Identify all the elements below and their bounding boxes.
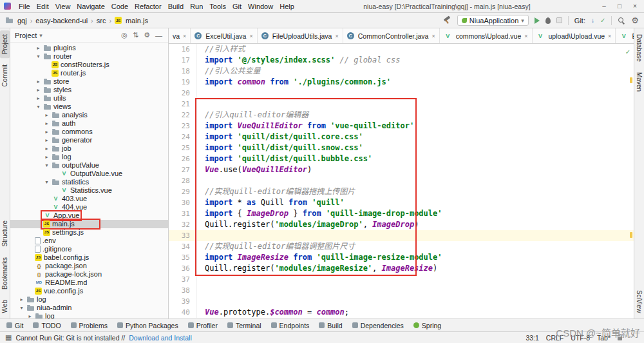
line-number[interactable]: 31 — [169, 208, 197, 219]
line-number[interactable]: 27 — [169, 164, 197, 175]
tree-item-403.vue[interactable]: V403.vue — [10, 195, 168, 203]
line-number[interactable]: 23 — [169, 121, 197, 132]
tree-item-constrouters.js[interactable]: JSconstRouters.js — [10, 61, 168, 69]
chevron-closed-icon[interactable]: ▸ — [35, 77, 42, 86]
tree-item-package-lock.json[interactable]: {}package-lock.json — [10, 270, 168, 279]
tree-item-settings.js[interactable]: JSsettings.js — [10, 228, 168, 237]
tree-item-job[interactable]: ▸job — [10, 144, 168, 153]
menu-code[interactable]: Code — [108, 2, 131, 11]
chevron-open-icon[interactable]: ▾ — [43, 161, 50, 170]
tree-item-views[interactable]: ▾views — [10, 103, 168, 111]
toolwindow-python-packages[interactable]: Python Packages — [117, 322, 178, 329]
tree-item-outputvalue.vue[interactable]: VOutputValue.vue — [10, 170, 168, 178]
close-icon[interactable]: × — [249, 33, 252, 39]
menu-git[interactable]: Git — [229, 2, 245, 11]
tree-item-router[interactable]: ▾router — [10, 52, 168, 61]
chevron-open-icon[interactable]: ▾ — [35, 52, 42, 61]
toolwindow-todo[interactable]: TODO — [33, 322, 61, 329]
settings-gear-icon[interactable]: ⚙ — [631, 16, 639, 24]
stripe-bookmarks[interactable]: Bookmarks — [0, 253, 10, 293]
line-number[interactable]: 18 — [169, 66, 197, 77]
chevron-closed-icon[interactable]: ▸ — [43, 111, 50, 119]
tree-item-log[interactable]: ▸log — [10, 295, 168, 304]
line-number[interactable]: 39 — [169, 296, 197, 307]
line-number[interactable]: 29 — [169, 186, 197, 197]
tree-item-niua-admin[interactable]: ▾niua-admin — [10, 304, 168, 312]
tree-item-readme.md[interactable]: MDREADME.md — [10, 279, 168, 287]
download-git-link[interactable]: Download and Install — [129, 334, 191, 342]
toolwindow-terminal[interactable]: Terminal — [227, 322, 261, 329]
minimize-button[interactable]: – — [596, 3, 612, 10]
stripe-project[interactable]: Project — [0, 30, 10, 58]
close-icon[interactable]: × — [183, 33, 186, 39]
tab-editor.vue[interactable]: VEditor.vue× — [616, 28, 634, 43]
menu-tools[interactable]: Tools — [206, 2, 229, 11]
line-number[interactable]: 30 — [169, 197, 197, 208]
locate-icon[interactable]: ◎ — [120, 31, 129, 39]
stop-button[interactable] — [556, 17, 562, 23]
tree-item-vue.config.js[interactable]: JSvue.config.js — [10, 287, 168, 295]
chevron-closed-icon[interactable]: ▸ — [43, 144, 50, 153]
line-number[interactable]: 19 — [169, 77, 197, 88]
line-number[interactable]: 22 — [169, 110, 197, 121]
build-hammer-icon[interactable] — [443, 16, 451, 24]
toolwindow-build[interactable]: Build — [319, 322, 342, 329]
line-number[interactable]: 32 — [169, 219, 197, 230]
line-number[interactable]: 36 — [169, 263, 197, 274]
chevron-open-icon[interactable]: ▾ — [43, 178, 50, 186]
line-number[interactable]: 26 — [169, 153, 197, 164]
tree-item-styles[interactable]: ▸styles — [10, 86, 168, 94]
line-separator[interactable]: CRLF — [546, 334, 564, 342]
toolwindow-endpoints[interactable]: Endpoints — [271, 322, 310, 329]
tree-item-utils[interactable]: ▸utils — [10, 94, 168, 103]
line-number[interactable]: 20 — [169, 88, 197, 99]
git-commit-icon[interactable]: ✓ — [600, 17, 605, 24]
project-panel-title[interactable]: Project — [15, 32, 37, 39]
gear-icon[interactable]: ⚙ — [142, 31, 151, 39]
menu-edit[interactable]: Edit — [33, 2, 52, 11]
caret-position[interactable]: 33:1 — [526, 334, 538, 342]
line-number[interactable]: 25 — [169, 142, 197, 153]
stripe-database[interactable]: Database — [634, 30, 644, 66]
tree-item-statistics.vue[interactable]: VStatistics.vue — [10, 186, 168, 195]
tree-item-.gitignore[interactable]: .gitignore — [10, 245, 168, 253]
tree-item-plugins[interactable]: ▸plugins — [10, 44, 168, 52]
line-number[interactable]: 24 — [169, 132, 197, 142]
tree-item-404.vue[interactable]: V404.vue — [10, 203, 168, 211]
tree-item-outputvalue[interactable]: ▾outputValue — [10, 161, 168, 170]
maximize-button[interactable]: □ — [612, 3, 627, 10]
toolwindow-dependencies[interactable]: Dependencies — [352, 322, 404, 329]
toolwindow-profiler[interactable]: Profiler — [188, 322, 218, 329]
file-encoding[interactable]: UTF-8 — [571, 334, 590, 342]
chevron-closed-icon[interactable]: ▸ — [26, 312, 33, 318]
tab-excelutil.java[interactable]: CExcelUtil.java× — [191, 28, 257, 43]
tree-item-log[interactable]: ▸log — [10, 312, 168, 318]
toolwindow-git[interactable]: Git — [6, 322, 23, 329]
chevron-open-icon[interactable]: ▾ — [18, 304, 25, 312]
line-number[interactable]: 40 — [169, 307, 197, 318]
line-number[interactable]: 16 — [169, 44, 197, 55]
tab-commoncontroller.java[interactable]: CCommonController.java× — [343, 28, 440, 43]
tree-item-router.js[interactable]: JSrouter.js — [10, 69, 168, 77]
line-number[interactable]: 21 — [169, 99, 197, 110]
tab-upload-upload.vue[interactable]: Vupload\Upload.vue× — [533, 28, 616, 43]
line-number[interactable]: 28 — [169, 175, 197, 186]
stripe-sciview[interactable]: SciView — [634, 286, 644, 317]
chevron-closed-icon[interactable]: ▸ — [43, 128, 50, 136]
run-config-selector[interactable]: NiuaApplication ▾ — [457, 15, 529, 26]
chevron-closed-icon[interactable]: ▸ — [35, 94, 42, 103]
menu-view[interactable]: View — [52, 2, 74, 11]
lock-icon[interactable] — [618, 337, 622, 340]
hide-icon[interactable]: ― — [154, 32, 164, 39]
stripe-web[interactable]: Web — [0, 296, 10, 317]
tree-item-log[interactable]: ▸log — [10, 153, 168, 161]
tab-va[interactable]: va× — [169, 28, 191, 43]
close-icon[interactable]: × — [335, 33, 338, 39]
stripe-maven[interactable]: Maven — [634, 68, 644, 95]
debug-button[interactable] — [545, 17, 551, 24]
stripe-commit[interactable]: Commit — [0, 61, 10, 90]
line-number[interactable]: 34 — [169, 241, 197, 252]
breadcrumb-item-src[interactable]: src — [97, 17, 106, 24]
tree-item-package.json[interactable]: {}package.json — [10, 262, 168, 270]
chevron-closed-icon[interactable]: ▸ — [35, 44, 42, 52]
